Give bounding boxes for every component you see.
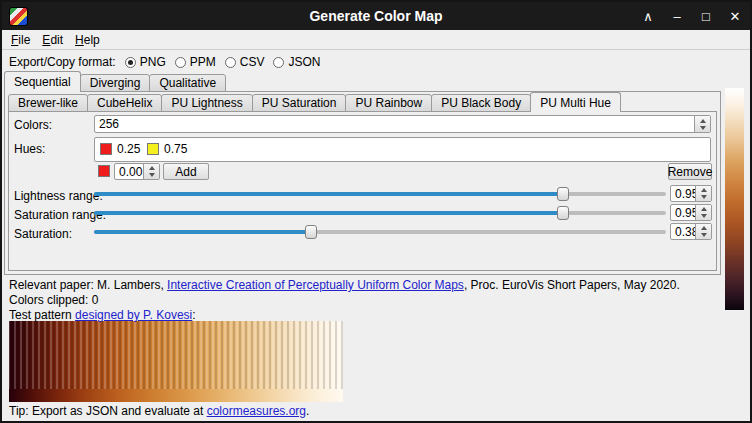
spin-up-icon[interactable] [149, 166, 155, 170]
colormap-preview-strip [725, 88, 744, 310]
slider-groove[interactable] [94, 230, 666, 234]
slider-handle[interactable] [305, 225, 317, 239]
slider-handle[interactable] [557, 187, 569, 201]
radio-json-label: JSON [288, 55, 320, 69]
export-format-row: Export/Copy format: PNG PPM CSV JSON [9, 54, 320, 70]
paper-prefix: Relevant paper: M. Lambers, [9, 278, 167, 292]
tab-pu-multi-hue-label: PU Multi Hue [540, 96, 611, 110]
tip-suffix: . [306, 404, 309, 418]
relevant-paper-line: Relevant paper: M. Lambers, Interactive … [9, 278, 680, 292]
tab-qualitative-label: Qualitative [159, 76, 216, 90]
hue-color-swatch[interactable] [100, 143, 112, 155]
hue-entry[interactable]: 0.25 [100, 142, 140, 156]
maximize-icon[interactable]: □ [699, 9, 713, 24]
window-title: Generate Color Map [2, 2, 750, 30]
radio-csv-circle[interactable] [225, 57, 236, 68]
tip-line: Tip: Export as JSON and evaluate at colo… [9, 404, 309, 418]
tab-pu-lightness[interactable]: PU Lightness [161, 94, 252, 112]
radio-ppm-label: PPM [190, 55, 216, 69]
tab-pu-black-body-label: PU Black Body [441, 96, 521, 110]
paper-suffix: , Proc. EuroVis Short Papers, May 2020. [464, 278, 680, 292]
tip-prefix: Tip: Export as JSON and evaluate at [9, 404, 207, 418]
radio-json[interactable]: JSON [273, 55, 320, 69]
radio-png[interactable]: PNG [125, 55, 166, 69]
tab-sequential-label: Sequential [14, 75, 71, 89]
add-hue-spinbox[interactable] [114, 163, 160, 180]
add-button[interactable]: Add [163, 163, 209, 180]
test-pattern-prefix: Test pattern [9, 308, 75, 322]
tab-pu-multi-hue[interactable]: PU Multi Hue [530, 92, 621, 112]
slider-groove[interactable] [94, 192, 666, 196]
colormeasures-link[interactable]: colormeasures.org [207, 404, 306, 418]
spin-up-icon[interactable] [701, 188, 707, 192]
colors-spin-buttons[interactable] [694, 116, 710, 132]
primary-tabbar: Sequential Diverging Qualitative [4, 71, 225, 92]
tab-diverging[interactable]: Diverging [80, 74, 151, 92]
shade-icon[interactable]: ∧ [641, 9, 655, 24]
export-format-label: Export/Copy format: [9, 55, 116, 69]
secondary-tabbar: Brewer-like CubeHelix PU Lightness PU Sa… [8, 92, 620, 112]
spin-down-icon[interactable] [701, 233, 707, 237]
colors-spinbox[interactable] [94, 115, 711, 133]
slider-fill [94, 211, 563, 215]
tab-pu-black-body[interactable]: PU Black Body [431, 94, 531, 112]
menu-item-edit[interactable]: Edit [36, 31, 69, 49]
tab-pu-rainbow[interactable]: PU Rainbow [345, 94, 432, 112]
radio-ppm[interactable]: PPM [175, 55, 216, 69]
kovesi-link[interactable]: designed by P. Kovesi [75, 308, 192, 322]
saturation-range-slider[interactable] [94, 205, 666, 221]
colors-input[interactable] [95, 116, 697, 132]
saturation-range-label: Saturation range: [14, 208, 106, 222]
paper-link[interactable]: Interactive Creation of Perceptually Uni… [167, 278, 464, 292]
menu-item-file[interactable]: File [5, 31, 36, 49]
tab-qualitative[interactable]: Qualitative [149, 74, 226, 92]
add-hue-spin-buttons[interactable] [143, 164, 159, 179]
menu-item-help[interactable]: Help [69, 31, 106, 49]
hues-list[interactable]: 0.25 0.75 [94, 137, 711, 162]
spin-up-icon[interactable] [701, 207, 707, 211]
tab-cubehelix[interactable]: CubeHelix [87, 94, 162, 112]
titlebar[interactable]: Generate Color Map ∧ – □ ✕ [2, 2, 750, 30]
close-icon[interactable]: ✕ [728, 9, 742, 24]
spin-buttons[interactable] [695, 186, 711, 201]
spin-down-icon[interactable] [149, 173, 155, 177]
saturation-range-input[interactable] [671, 205, 698, 220]
saturation-input[interactable] [671, 224, 698, 239]
menubar: File Edit Help [2, 30, 750, 50]
spin-down-icon[interactable] [700, 126, 706, 130]
minimize-icon[interactable]: – [670, 9, 684, 24]
saturation-range-spinbox[interactable] [670, 204, 712, 221]
hue-color-swatch[interactable] [147, 143, 159, 155]
test-pattern-suffix: : [192, 308, 195, 322]
app-window: Generate Color Map ∧ – □ ✕ File Edit Hel… [0, 0, 752, 423]
lightness-range-slider[interactable] [94, 186, 666, 202]
lightness-range-spinbox[interactable] [670, 185, 712, 202]
spin-down-icon[interactable] [701, 195, 707, 199]
hue-entry[interactable]: 0.75 [147, 142, 187, 156]
radio-ppm-circle[interactable] [175, 57, 186, 68]
spin-buttons[interactable] [695, 205, 711, 220]
lightness-range-input[interactable] [671, 186, 698, 201]
test-pattern-line: Test pattern designed by P. Kovesi: [9, 308, 196, 322]
saturation-slider[interactable] [94, 224, 666, 240]
tab-pu-saturation[interactable]: PU Saturation [252, 94, 347, 112]
colors-clipped-line: Colors clipped: 0 [9, 293, 98, 307]
spin-buttons[interactable] [695, 224, 711, 239]
test-pattern-image [9, 321, 343, 402]
saturation-spinbox[interactable] [670, 223, 712, 240]
slider-groove[interactable] [94, 211, 666, 215]
radio-json-circle[interactable] [273, 57, 284, 68]
radio-csv[interactable]: CSV [225, 55, 265, 69]
hue-value: 0.75 [164, 142, 187, 156]
remove-button[interactable]: Remove [668, 163, 712, 180]
tab-brewer-like[interactable]: Brewer-like [8, 94, 88, 112]
add-hue-color-swatch[interactable] [98, 165, 110, 177]
radio-png-label: PNG [140, 55, 166, 69]
spin-down-icon[interactable] [701, 214, 707, 218]
spin-up-icon[interactable] [700, 119, 706, 123]
tab-sequential[interactable]: Sequential [4, 71, 81, 92]
add-hue-input[interactable] [115, 164, 146, 179]
radio-png-circle[interactable] [125, 57, 136, 68]
spin-up-icon[interactable] [701, 226, 707, 230]
slider-handle[interactable] [557, 206, 569, 220]
